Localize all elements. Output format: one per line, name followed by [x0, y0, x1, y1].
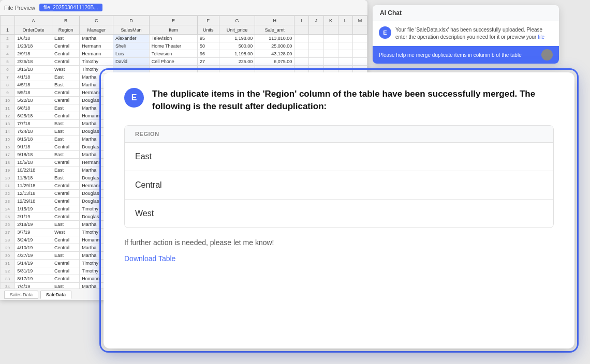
response-header: E The duplicate items in the 'Region' co…	[124, 88, 554, 113]
col-header-j[interactable]: J	[309, 16, 323, 25]
sub-orderdate: OrderDate	[15, 25, 52, 35]
sub-m	[352, 25, 367, 35]
sub-sale-amt: Sale_amt	[255, 25, 294, 35]
dedup-table-header: REGION	[125, 126, 553, 143]
file-tab[interactable]: file_2025030411120B...	[39, 4, 102, 11]
user-message-text: Please help me merge duplicate items in …	[379, 52, 522, 58]
ai-system-text: Your file 'SaleData.xlsx' has been succe…	[395, 26, 553, 41]
file-link[interactable]: file	[538, 34, 544, 40]
sub-l	[338, 25, 352, 35]
download-table-link[interactable]: Download Table	[124, 254, 175, 263]
ai-avatar-small: E	[379, 26, 391, 39]
sub-region: Region	[52, 25, 79, 35]
dedup-table-row: East	[125, 143, 553, 171]
col-header-e[interactable]: E	[149, 16, 197, 25]
sub-manager: Manager	[80, 25, 113, 35]
sub-salesman: SalesMan	[113, 25, 150, 35]
main-response-panel: E The duplicate items in the 'Region' co…	[104, 72, 574, 348]
ai-chat-panel: AI Chat E Your file 'SaleData.xlsx' has …	[373, 5, 559, 64]
col-header-b[interactable]: B	[52, 16, 79, 25]
col-header-i[interactable]: I	[294, 16, 309, 25]
file-preview-label: File Preview	[4, 5, 35, 11]
sub-row-num: 1	[1, 25, 15, 35]
dedup-table: REGION EastCentralWest	[124, 125, 554, 228]
col-header-k[interactable]: K	[323, 16, 338, 25]
sub-i	[294, 25, 309, 35]
col-header-g[interactable]: G	[219, 16, 255, 25]
dedup-table-rows: EastCentralWest	[125, 143, 553, 228]
ai-chat-header: AI Chat	[373, 5, 559, 21]
sub-item: Item	[149, 25, 197, 35]
sub-units: Units	[198, 25, 219, 35]
ai-system-message: E Your file 'SaleData.xlsx' has been suc…	[373, 21, 559, 46]
dedup-table-row: Central	[125, 171, 553, 200]
sub-unit-price: Unit_price	[219, 25, 255, 35]
sheet-tab-sales-data[interactable]: Sales Data	[4, 291, 38, 299]
sub-k	[323, 25, 338, 35]
user-message-bar: Please help me merge duplicate items in …	[373, 46, 559, 64]
footer-text: If further action is needed, please let …	[124, 238, 554, 247]
col-header-a[interactable]: A	[15, 16, 52, 25]
col-header-f[interactable]: F	[198, 16, 219, 25]
sub-j	[309, 25, 323, 35]
sheet-tab-saledata[interactable]: SaleData	[40, 291, 71, 299]
col-header-m[interactable]: M	[352, 16, 367, 25]
col-header-d[interactable]: D	[113, 16, 150, 25]
response-title: The duplicate items in the 'Region' colu…	[152, 88, 554, 113]
col-header-l[interactable]: L	[338, 16, 352, 25]
user-avatar	[541, 49, 553, 60]
col-header-h[interactable]: H	[255, 16, 294, 25]
corner-cell	[1, 16, 15, 25]
file-preview-bar: File Preview file_2025030411120B...	[0, 0, 367, 16]
col-header-c[interactable]: C	[80, 16, 113, 25]
response-avatar: E	[124, 88, 144, 108]
dedup-table-row: West	[125, 200, 553, 228]
